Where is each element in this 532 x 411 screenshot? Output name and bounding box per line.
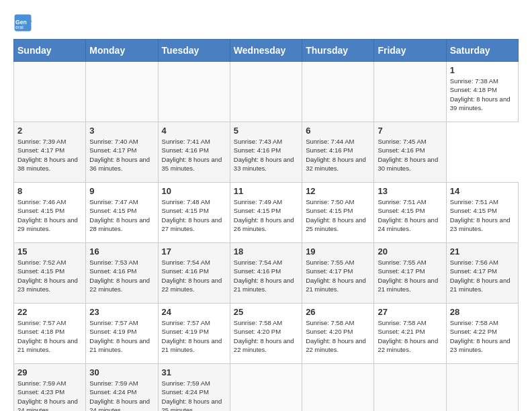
empty-cell: [158, 62, 230, 122]
week-row-1: 1Sunrise: 7:38 AMSunset: 4:18 PMDaylight…: [14, 62, 519, 122]
col-header-thursday: Thursday: [302, 40, 374, 62]
svg-text:Gen: Gen: [15, 19, 27, 26]
day-cell-4: 4Sunrise: 7:41 AMSunset: 4:16 PMDaylight…: [158, 122, 230, 183]
col-header-tuesday: Tuesday: [158, 40, 230, 62]
col-header-saturday: Saturday: [446, 40, 518, 62]
day-cell-5: 5Sunrise: 7:43 AMSunset: 4:16 PMDaylight…: [230, 122, 302, 183]
col-header-friday: Friday: [374, 40, 446, 62]
day-cell-20: 20Sunrise: 7:55 AMSunset: 4:17 PMDayligh…: [374, 243, 446, 304]
day-cell-12: 12Sunrise: 7:50 AMSunset: 4:15 PMDayligh…: [302, 183, 374, 243]
day-cell-16: 16Sunrise: 7:53 AMSunset: 4:16 PMDayligh…: [86, 243, 158, 304]
empty-cell: [14, 62, 86, 122]
day-cell-9: 9Sunrise: 7:47 AMSunset: 4:15 PMDaylight…: [86, 183, 158, 243]
day-cell-8: 8Sunrise: 7:46 AMSunset: 4:15 PMDaylight…: [14, 183, 86, 243]
day-cell-11: 11Sunrise: 7:49 AMSunset: 4:15 PMDayligh…: [230, 183, 302, 243]
empty-cell: [374, 364, 446, 412]
day-cell-22: 22Sunrise: 7:57 AMSunset: 4:18 PMDayligh…: [14, 304, 86, 364]
day-cell-14: 14Sunrise: 7:51 AMSunset: 4:15 PMDayligh…: [446, 183, 518, 243]
day-cell-13: 13Sunrise: 7:51 AMSunset: 4:15 PMDayligh…: [374, 183, 446, 243]
week-row-5: 22Sunrise: 7:57 AMSunset: 4:18 PMDayligh…: [14, 304, 519, 364]
empty-cell: [374, 62, 446, 122]
day-cell-24: 24Sunrise: 7:57 AMSunset: 4:19 PMDayligh…: [158, 304, 230, 364]
day-cell-30: 30Sunrise: 7:59 AMSunset: 4:24 PMDayligh…: [86, 364, 158, 412]
empty-cell: [302, 364, 374, 412]
empty-cell: [302, 62, 374, 122]
empty-cell: [86, 62, 158, 122]
day-cell-29: 29Sunrise: 7:59 AMSunset: 4:23 PMDayligh…: [14, 364, 86, 412]
day-cell-15: 15Sunrise: 7:52 AMSunset: 4:15 PMDayligh…: [14, 243, 86, 304]
empty-cell: [230, 364, 302, 412]
empty-cell: [446, 364, 518, 412]
calendar-table: SundayMondayTuesdayWednesdayThursdayFrid…: [13, 39, 519, 411]
day-cell-31: 31Sunrise: 7:59 AMSunset: 4:24 PMDayligh…: [158, 364, 230, 412]
logo: Gen eral: [13, 13, 35, 32]
col-header-monday: Monday: [86, 40, 158, 62]
col-header-wednesday: Wednesday: [230, 40, 302, 62]
day-cell-19: 19Sunrise: 7:55 AMSunset: 4:17 PMDayligh…: [302, 243, 374, 304]
week-row-4: 15Sunrise: 7:52 AMSunset: 4:15 PMDayligh…: [14, 243, 519, 304]
day-cell-28: 28Sunrise: 7:58 AMSunset: 4:22 PMDayligh…: [446, 304, 518, 364]
day-cell-27: 27Sunrise: 7:58 AMSunset: 4:21 PMDayligh…: [374, 304, 446, 364]
day-cell-18: 18Sunrise: 7:54 AMSunset: 4:16 PMDayligh…: [230, 243, 302, 304]
week-row-3: 8Sunrise: 7:46 AMSunset: 4:15 PMDaylight…: [14, 183, 519, 243]
day-cell-23: 23Sunrise: 7:57 AMSunset: 4:19 PMDayligh…: [86, 304, 158, 364]
svg-text:eral: eral: [15, 25, 24, 30]
week-row-2: 2Sunrise: 7:39 AMSunset: 4:17 PMDaylight…: [14, 122, 519, 183]
week-row-6: 29Sunrise: 7:59 AMSunset: 4:23 PMDayligh…: [14, 364, 519, 412]
day-cell-21: 21Sunrise: 7:56 AMSunset: 4:17 PMDayligh…: [446, 243, 518, 304]
day-cell-26: 26Sunrise: 7:58 AMSunset: 4:20 PMDayligh…: [302, 304, 374, 364]
day-cell-1: 1Sunrise: 7:38 AMSunset: 4:18 PMDaylight…: [446, 62, 518, 122]
day-cell-25: 25Sunrise: 7:58 AMSunset: 4:20 PMDayligh…: [230, 304, 302, 364]
col-header-sunday: Sunday: [14, 40, 86, 62]
day-cell-10: 10Sunrise: 7:48 AMSunset: 4:15 PMDayligh…: [158, 183, 230, 243]
day-cell-3: 3Sunrise: 7:40 AMSunset: 4:17 PMDaylight…: [86, 122, 158, 183]
day-cell-7: 7Sunrise: 7:45 AMSunset: 4:16 PMDaylight…: [374, 122, 446, 183]
logo-icon: Gen eral: [13, 13, 32, 32]
empty-cell: [230, 62, 302, 122]
header: Gen eral: [13, 13, 519, 32]
day-cell-17: 17Sunrise: 7:54 AMSunset: 4:16 PMDayligh…: [158, 243, 230, 304]
day-cell-2: 2Sunrise: 7:39 AMSunset: 4:17 PMDaylight…: [14, 122, 86, 183]
day-cell-6: 6Sunrise: 7:44 AMSunset: 4:16 PMDaylight…: [302, 122, 374, 183]
